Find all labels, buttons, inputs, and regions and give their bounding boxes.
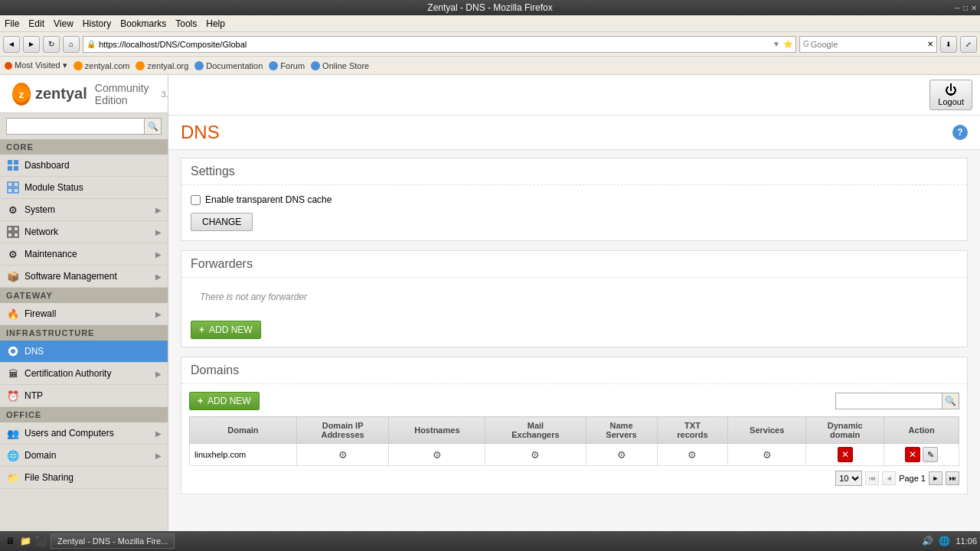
address-bar-controls[interactable]: ▼ ⭐ bbox=[773, 40, 792, 48]
last-page-button[interactable]: ⏭ bbox=[946, 471, 959, 485]
action-icons: ✕ ✎ bbox=[889, 447, 954, 462]
menu-edit[interactable]: Edit bbox=[28, 18, 44, 29]
software-management-icon: 📦 bbox=[6, 269, 20, 283]
close-btn[interactable]: ✕ bbox=[971, 4, 977, 12]
action-cell: ✕ ✎ bbox=[884, 444, 959, 466]
network-arrow-icon: ▶ bbox=[155, 228, 162, 236]
services-gear-button[interactable]: ⚙ bbox=[760, 447, 775, 462]
bookmark-forum[interactable]: Forum bbox=[269, 61, 305, 70]
certification-authority-arrow-icon: ▶ bbox=[155, 370, 162, 378]
page-content: z zentyal Community Edition 3.4 🔍 CORE bbox=[0, 75, 980, 551]
window-controls[interactable]: ─ □ ✕ bbox=[955, 4, 977, 12]
bookmark-most-visited[interactable]: Most Visited ▾ bbox=[5, 60, 67, 70]
back-button[interactable]: ◄ bbox=[3, 36, 20, 53]
reload-button[interactable]: ↻ bbox=[43, 36, 60, 53]
domains-search-input[interactable] bbox=[835, 393, 942, 409]
sidebar-item-domain[interactable]: 🌐 Domain ▶ bbox=[0, 445, 168, 467]
bookmark-zentyal-org[interactable]: zentyal.org bbox=[136, 61, 188, 70]
browser-search-box[interactable]: G ✕ bbox=[799, 36, 937, 53]
zentyal-logo-icon: z bbox=[12, 83, 31, 106]
domains-add-new-button[interactable]: + ADD NEW bbox=[189, 392, 260, 410]
per-page-select[interactable]: 10 20 50 bbox=[835, 471, 862, 486]
taskbar-window-firefox[interactable]: Zentyal - DNS - Mozilla Fire... bbox=[51, 533, 175, 549]
sidebar-search-button[interactable]: 🔍 bbox=[145, 118, 162, 135]
most-visited-icon bbox=[5, 62, 12, 70]
address-bar[interactable]: 🔒 ▼ ⭐ bbox=[83, 36, 796, 53]
col-domain: Domain bbox=[190, 417, 297, 444]
sidebar-item-module-status[interactable]: Module Status bbox=[0, 177, 168, 199]
help-icon[interactable]: ? bbox=[952, 125, 968, 140]
menu-bookmarks[interactable]: Bookmarks bbox=[120, 18, 166, 29]
menu-file[interactable]: File bbox=[5, 18, 19, 29]
bookmark-star[interactable]: ⭐ bbox=[783, 40, 792, 48]
domain-ip-cell: ⚙ bbox=[296, 444, 389, 466]
sidebar-item-dns[interactable]: DNS bbox=[0, 341, 168, 363]
prev-page-button[interactable]: ◄ bbox=[882, 471, 896, 485]
taskbar-tray-icons: 🔊 🌐 bbox=[920, 534, 951, 548]
sidebar-item-software-management[interactable]: 📦 Software Management ▶ bbox=[0, 266, 168, 288]
sidebar-item-network[interactable]: Network ▶ bbox=[0, 221, 168, 243]
domains-table-body: linuxhelp.com ⚙ ⚙ ⚙ bbox=[190, 444, 959, 466]
dropdown-arrow[interactable]: ▼ bbox=[773, 40, 780, 48]
sidebar-item-maintenance[interactable]: ⚙ Maintenance ▶ bbox=[0, 243, 168, 266]
logout-button[interactable]: ⏻ Logout bbox=[929, 80, 972, 110]
maximize-btn[interactable]: □ bbox=[963, 4, 968, 12]
taskbar-icon-folder[interactable]: 📁 bbox=[18, 534, 32, 548]
users-computers-icon: 👥 bbox=[6, 426, 20, 440]
search-clear-icon[interactable]: ✕ bbox=[927, 40, 933, 48]
download-button[interactable]: ⬇ bbox=[940, 36, 957, 53]
row-edit-button[interactable]: ✎ bbox=[923, 447, 938, 462]
sidebar-item-dashboard[interactable]: Dashboard bbox=[0, 155, 168, 177]
menu-help[interactable]: Help bbox=[206, 18, 225, 29]
svg-rect-13 bbox=[14, 233, 18, 237]
row-delete-button[interactable]: ✕ bbox=[905, 447, 920, 462]
bookmark-online-store[interactable]: Online Store bbox=[311, 61, 369, 70]
menu-history[interactable]: History bbox=[83, 18, 111, 29]
svg-rect-6 bbox=[8, 182, 12, 187]
domains-section-body: + ADD NEW 🔍 bbox=[181, 384, 967, 494]
domains-add-plus-icon: + bbox=[198, 396, 203, 406]
menu-tools[interactable]: Tools bbox=[175, 18, 197, 29]
tray-icon-2[interactable]: 🌐 bbox=[937, 534, 951, 548]
domain-ip-gear-button[interactable]: ⚙ bbox=[335, 447, 351, 462]
svg-rect-7 bbox=[14, 182, 18, 187]
forwarders-add-new-button[interactable]: + ADD NEW bbox=[191, 321, 261, 339]
page-title: DNS bbox=[181, 122, 220, 143]
url-input[interactable] bbox=[99, 40, 773, 49]
domains-search-button[interactable]: 🔍 bbox=[942, 393, 959, 409]
forward-button[interactable]: ► bbox=[23, 36, 40, 53]
sidebar-item-certification-authority[interactable]: 🏛 Certification Authority ▶ bbox=[0, 363, 168, 385]
col-hostnames: Hostnames bbox=[389, 417, 485, 444]
fullscreen-button[interactable]: ⤢ bbox=[960, 36, 977, 53]
sidebar-item-firewall[interactable]: 🔥 Firewall ▶ bbox=[0, 303, 168, 325]
mail-exchangers-gear-button[interactable]: ⚙ bbox=[528, 447, 543, 462]
dynamic-domain-delete-button[interactable]: ✕ bbox=[838, 447, 853, 462]
hostnames-gear-button[interactable]: ⚙ bbox=[430, 447, 445, 462]
sidebar-item-system[interactable]: ⚙ System ▶ bbox=[0, 199, 168, 221]
sidebar-item-ntp-label: NTP bbox=[24, 390, 162, 401]
change-button[interactable]: CHANGE bbox=[191, 213, 253, 231]
first-page-button[interactable]: ⏮ bbox=[865, 471, 879, 485]
name-servers-cell: ⚙ bbox=[586, 444, 657, 466]
name-servers-gear-button[interactable]: ⚙ bbox=[614, 447, 629, 462]
dns-icon bbox=[6, 344, 20, 358]
minimize-btn[interactable]: ─ bbox=[955, 4, 960, 12]
sidebar-item-users-computers[interactable]: 👥 Users and Computers ▶ bbox=[0, 422, 168, 445]
sidebar-search-input[interactable] bbox=[6, 118, 145, 135]
bookmark-documentation[interactable]: Documentation bbox=[194, 61, 263, 70]
home-button[interactable]: ⌂ bbox=[63, 36, 80, 53]
hostnames-cell: ⚙ bbox=[389, 444, 485, 466]
bookmark-zentyal-com[interactable]: zentyal.com bbox=[74, 61, 130, 70]
transparent-dns-checkbox[interactable] bbox=[191, 195, 201, 205]
menu-view[interactable]: View bbox=[54, 18, 74, 29]
sidebar-item-file-sharing[interactable]: 📁 File Sharing bbox=[0, 467, 168, 489]
maintenance-icon: ⚙ bbox=[6, 247, 20, 261]
taskbar-icon-terminal[interactable]: ⬛ bbox=[34, 534, 47, 548]
txt-records-gear-button[interactable]: ⚙ bbox=[684, 447, 700, 462]
sidebar-item-ntp[interactable]: ⏰ NTP bbox=[0, 385, 168, 407]
tray-icon-1[interactable]: 🔊 bbox=[920, 534, 934, 548]
taskbar-icon-desktop[interactable]: 🖥 bbox=[3, 534, 17, 548]
domains-table: Domain Domain IPAddresses Hostnames Mail… bbox=[189, 416, 959, 466]
search-input[interactable] bbox=[811, 40, 927, 49]
next-page-button[interactable]: ► bbox=[929, 471, 942, 485]
